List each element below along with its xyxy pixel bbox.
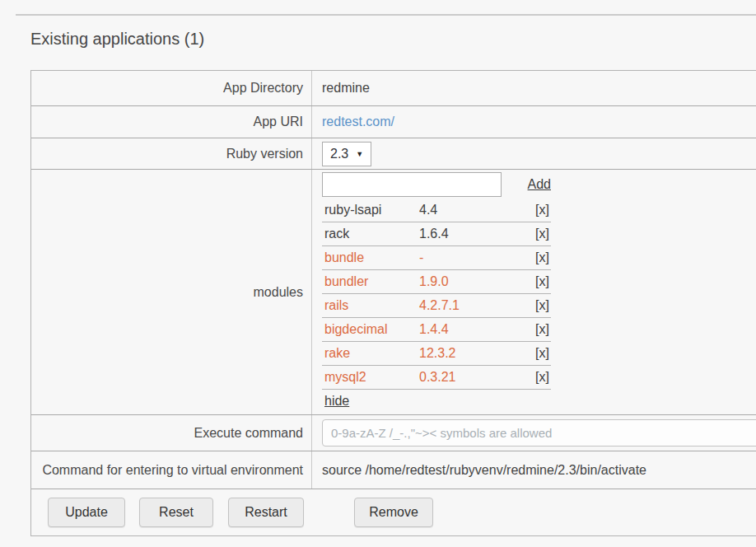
module-remove-link[interactable]: [x] xyxy=(535,203,549,217)
execute-command-label: Execute command xyxy=(31,415,312,451)
app-uri-link[interactable]: redtest.com/ xyxy=(322,115,394,129)
module-name: rack xyxy=(324,227,419,241)
module-name: ruby-lsapi xyxy=(324,203,419,217)
module-row: ruby-lsapi 4.4 [x] xyxy=(322,199,551,222)
module-version: 1.9.0 xyxy=(419,274,535,289)
module-row: bigdecimal 1.4.4 [x] xyxy=(322,318,551,342)
venv-command-label: Command for entering to virtual environm… xyxy=(31,451,312,489)
module-version: 4.2.7.1 xyxy=(419,298,535,313)
module-name: bundle xyxy=(324,250,419,265)
module-row: bundler 1.9.0 [x] xyxy=(322,270,551,294)
row-ruby-version: Ruby version 2.3 ▼ xyxy=(31,138,756,169)
module-row: rake 12.3.2 [x] xyxy=(322,342,551,366)
ruby-version-select[interactable]: 2.3 ▼ xyxy=(322,142,371,166)
top-divider xyxy=(16,14,756,16)
module-add-link[interactable]: Add xyxy=(528,177,551,192)
modules-hide-link[interactable]: hide xyxy=(324,394,349,408)
module-name: bundler xyxy=(324,274,419,289)
table-footer: Update Reset Restart Remove xyxy=(31,489,756,535)
module-version: 4.4 xyxy=(419,203,535,217)
module-remove-link[interactable]: [x] xyxy=(535,298,549,313)
module-name: rake xyxy=(324,346,419,361)
module-name: mysql2 xyxy=(324,370,419,385)
module-remove-link[interactable]: [x] xyxy=(535,322,549,337)
module-remove-link[interactable]: [x] xyxy=(535,274,549,289)
row-modules: modules Add ruby-lsapi 4.4 [x] rack 1.6.… xyxy=(31,169,756,414)
module-version: - xyxy=(419,250,535,265)
module-remove-link[interactable]: [x] xyxy=(535,370,549,385)
module-version: 1.6.4 xyxy=(419,227,535,241)
module-version: 0.3.21 xyxy=(419,370,535,385)
venv-command-value: source /home/redtest/rubyvenv/redmine/2.… xyxy=(312,451,756,489)
ruby-version-label: Ruby version xyxy=(31,138,312,169)
row-execute-command: Execute command xyxy=(31,414,756,451)
module-add-input[interactable] xyxy=(322,172,502,197)
app-directory-value: redmine xyxy=(312,71,756,105)
page-title: Existing applications (1) xyxy=(30,30,204,49)
module-row: bundle - [x] xyxy=(322,246,551,270)
chevron-down-icon: ▼ xyxy=(356,150,363,158)
app-directory-label: App Directory xyxy=(31,71,312,105)
module-version: 1.4.4 xyxy=(419,322,535,337)
ruby-version-selected-value: 2.3 xyxy=(330,147,348,161)
row-app-directory: App Directory redmine xyxy=(31,71,756,105)
modules-list: ruby-lsapi 4.4 [x] rack 1.6.4 [x] bundle… xyxy=(322,199,551,390)
module-row: rails 4.2.7.1 [x] xyxy=(322,294,551,318)
module-remove-link[interactable]: [x] xyxy=(535,250,549,265)
module-row: mysql2 0.3.21 [x] xyxy=(322,366,551,390)
module-name: bigdecimal xyxy=(324,322,419,337)
modules-label: modules xyxy=(31,170,312,414)
module-row: rack 1.6.4 [x] xyxy=(322,222,551,246)
module-remove-link[interactable]: [x] xyxy=(535,346,549,361)
module-name: rails xyxy=(324,298,419,313)
restart-button[interactable]: Restart xyxy=(228,498,304,527)
module-version: 12.3.2 xyxy=(419,346,535,361)
app-uri-label: App URI xyxy=(31,106,312,138)
remove-button[interactable]: Remove xyxy=(354,498,433,527)
update-button[interactable]: Update xyxy=(48,498,125,527)
row-app-uri: App URI redtest.com/ xyxy=(31,105,756,138)
module-remove-link[interactable]: [x] xyxy=(535,227,549,241)
modules-panel: Add ruby-lsapi 4.4 [x] rack 1.6.4 [x] bu… xyxy=(322,172,551,410)
execute-command-input[interactable] xyxy=(322,419,756,446)
row-venv-command: Command for entering to virtual environm… xyxy=(31,451,756,489)
reset-button[interactable]: Reset xyxy=(139,498,213,527)
existing-application-table: App Directory redmine App URI redtest.co… xyxy=(30,70,756,536)
